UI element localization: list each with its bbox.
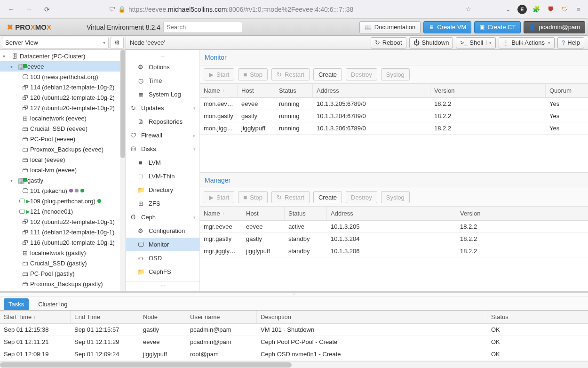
table-row[interactable]: mon.jigg… jigglypuff running 10.1.3.206:… — [200, 122, 588, 135]
tree-item[interactable]: 🗃Crucial_SSD (gastly) — [0, 258, 126, 268]
extensions-icon[interactable]: 🧩 — [532, 5, 541, 14]
cfg-lvmthin[interactable]: □LVM-Thin — [126, 169, 199, 183]
tree-item[interactable]: 🗗111 (debian12-template-10g-1) — [0, 227, 126, 237]
search-input[interactable] — [163, 22, 242, 33]
destroy-button[interactable]: Destroy — [346, 68, 377, 80]
documentation-button[interactable]: 📖Documentation — [359, 21, 421, 33]
cfg-firewall[interactable]: 🛡Firewall▸ — [126, 128, 199, 142]
stop-button[interactable]: ■Stop — [238, 191, 268, 203]
cfg-zfs[interactable]: ⊞ZFS — [126, 197, 199, 210]
tab-tasks[interactable]: Tasks — [4, 298, 29, 310]
col-address[interactable]: Address — [327, 207, 456, 220]
table-row[interactable]: Sep 01 12:11:21 Sep 01 12:11:29 eevee pc… — [0, 336, 588, 348]
cfg-monitor[interactable]: 🖵Monitor — [126, 238, 199, 251]
shutdown-button[interactable]: ⏻Shutdown — [409, 37, 453, 48]
table-row[interactable]: mgr.eevee eevee active 10.1.3.205 18.2.2 — [200, 221, 588, 233]
cfg-options[interactable]: ⚙Options — [126, 60, 199, 74]
cfg-time[interactable]: ◷Time — [126, 74, 199, 88]
col-name[interactable]: Name↑ — [200, 207, 242, 220]
cfg-osd[interactable]: ⛀OSD — [126, 251, 199, 265]
tree-item[interactable]: 🗗120 (ubuntu22-template-10g-2) — [0, 92, 126, 103]
col-status[interactable]: Status — [275, 84, 313, 97]
col-quorum[interactable]: Quorum — [546, 84, 588, 97]
back-button[interactable]: ← — [5, 3, 18, 16]
col-end[interactable]: End Time — [71, 311, 139, 323]
collapse-handle[interactable]: ﹀ — [0, 293, 588, 296]
resource-tree[interactable]: ▾🗄Datacenter (PC-Cluster) ▾🏢eevee 🖵103 (… — [0, 50, 126, 291]
bulk-actions-button[interactable]: ⋮Bulk Actions▾ — [499, 37, 555, 48]
address-bar[interactable]: 🛡 🔒 https://eevee.michael5collins.com:80… — [105, 2, 475, 16]
tree-node-gastly[interactable]: ▾🏢gastly — [0, 175, 126, 185]
table-row[interactable]: mon.eev… eevee running 10.1.3.205:6789/0… — [200, 98, 588, 110]
tab-cluster-log[interactable]: Cluster log — [33, 298, 72, 310]
col-user[interactable]: User name — [186, 311, 257, 323]
col-host[interactable]: Host — [242, 207, 285, 220]
table-row[interactable]: mgr.jiggly… jigglypuff standby 10.1.3.20… — [200, 245, 588, 257]
tree-datacenter[interactable]: ▾🗄Datacenter (PC-Cluster) — [0, 51, 126, 61]
cfg-config[interactable]: ⚙Configuration — [126, 224, 199, 238]
shield2-icon[interactable]: 🛡 — [560, 5, 569, 14]
col-version[interactable]: Version — [456, 207, 588, 220]
create-button[interactable]: Create — [313, 191, 342, 203]
restart-button[interactable]: ↻Restart — [271, 191, 310, 203]
col-start[interactable]: Start Time↓ — [0, 311, 71, 323]
cfg-repos[interactable]: 🗎Repositories — [126, 115, 199, 128]
tree-item[interactable]: 🗃Proxmox_Backups (gastly) — [0, 279, 126, 289]
tree-item[interactable]: 🗃local-lvm (eevee) — [0, 165, 126, 175]
tree-item[interactable]: 🗗114 (debian12-template-10g-2) — [0, 82, 126, 92]
scroll-up-icon[interactable]: ︿ — [126, 52, 199, 60]
create-vm-button[interactable]: 🖥Create VM — [423, 21, 471, 33]
ublock-icon[interactable]: ⛊ — [546, 5, 555, 14]
table-row[interactable]: Sep 01 12:09:19 Sep 01 12:09:24 jigglypu… — [0, 348, 588, 360]
tree-node-eevee[interactable]: ▾🏢eevee — [0, 61, 126, 72]
server-view-select[interactable]: Server View▾ — [2, 37, 109, 49]
bottom-scrollbar[interactable] — [0, 361, 588, 368]
tree-item[interactable]: 🗃PC-Pool (eevee) — [0, 134, 126, 144]
forward-button[interactable]: → — [23, 3, 36, 16]
menu-icon[interactable]: ≡ — [574, 5, 583, 14]
create-button[interactable]: Create — [313, 68, 342, 80]
destroy-button[interactable]: Destroy — [346, 191, 377, 203]
cfg-directory[interactable]: 📁Directory — [126, 183, 199, 197]
user-menu-button[interactable]: 👤pcadmin@pam — [524, 21, 585, 33]
syslog-button[interactable]: Syslog — [381, 68, 410, 80]
tree-item[interactable]: 🖵103 (news.perthchat.org) — [0, 72, 126, 82]
cfg-lvm[interactable]: ■LVM — [126, 156, 199, 169]
cfg-updates[interactable]: ↻Updates▾ — [126, 101, 199, 115]
cfg-disks[interactable]: ⛁Disks▾ — [126, 142, 199, 156]
tree-item[interactable]: 🗗127 (ubuntu20-template-10g-2) — [0, 103, 126, 113]
tree-item[interactable]: 🗃Proxmox_Backups (eevee) — [0, 144, 126, 154]
cfg-cephfs[interactable]: 📁CephFS — [126, 265, 199, 279]
tree-item[interactable]: 🖵►121 (ncnode01) — [0, 206, 126, 216]
tree-item[interactable]: 🗗116 (ubuntu20-template-10g-1) — [0, 237, 126, 248]
tree-item[interactable]: 🖵►109 (plug.perthchat.org) — [0, 196, 126, 206]
start-button[interactable]: ▶Start — [204, 68, 234, 80]
stop-button[interactable]: ■Stop — [238, 68, 268, 80]
start-button[interactable]: ▶Start — [204, 191, 234, 203]
shell-button[interactable]: >_Shell▾ — [456, 37, 496, 48]
table-row[interactable]: mgr.gastly gastly standby 10.1.3.204 18.… — [200, 233, 588, 245]
gear-button[interactable]: ⚙ — [111, 37, 124, 49]
tree-item[interactable]: 🗃local (eevee) — [0, 154, 126, 165]
col-desc[interactable]: Description — [257, 311, 487, 323]
col-address[interactable]: Address — [313, 84, 430, 97]
extension-e-icon[interactable]: E — [517, 5, 527, 14]
col-host[interactable]: Host — [238, 84, 275, 97]
table-row[interactable]: Sep 01 12:15:38 Sep 01 12:15:57 gastly p… — [0, 324, 588, 336]
tree-scrollbar[interactable] — [120, 50, 126, 291]
tree-item[interactable]: 🗃PC-Pool (gastly) — [0, 268, 126, 279]
col-name[interactable]: Name↑ — [200, 84, 238, 97]
cfg-syslog[interactable]: ≣System Log — [126, 88, 199, 101]
col-node[interactable]: Node — [139, 311, 186, 323]
create-ct-button[interactable]: ▣Create CT — [474, 21, 521, 33]
tree-item[interactable]: 🗗102 (ubuntu22-template-10g-1) — [0, 216, 126, 227]
tree-item[interactable]: 🗃Crucial_SSD (eevee) — [0, 123, 126, 134]
scroll-down-icon[interactable]: ﹀ — [126, 281, 199, 291]
restart-button[interactable]: ↻Restart — [271, 68, 310, 80]
syslog-button[interactable]: Syslog — [381, 191, 410, 203]
pocket-icon[interactable]: ⌄ — [503, 5, 513, 14]
reload-button[interactable]: ⟳ — [40, 3, 54, 16]
tree-item[interactable]: 🖵101 (pikachu) — [0, 185, 126, 196]
col-status[interactable]: Status — [487, 311, 588, 323]
cfg-ceph[interactable]: ʘCeph▾ — [126, 210, 199, 224]
